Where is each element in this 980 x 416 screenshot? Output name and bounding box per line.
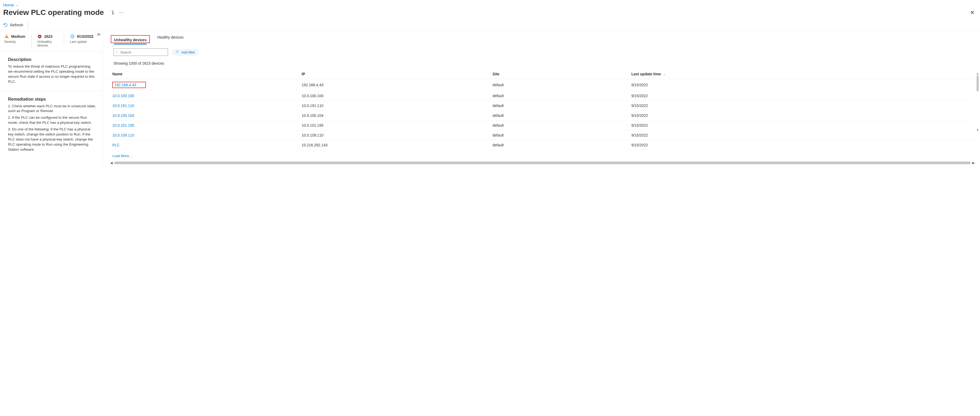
device-ip: 192.168.4.43 — [298, 79, 489, 91]
more-icon[interactable] — [119, 10, 124, 15]
svg-point-1 — [121, 12, 122, 13]
svg-point-0 — [120, 12, 120, 13]
description-section: Description To reduce the threat of mali… — [0, 51, 102, 91]
table-row[interactable]: 10.9.100.104 10.9.100.104 default 9/15/2… — [108, 111, 975, 121]
device-name-link[interactable]: 10.0.191.110 — [112, 103, 134, 108]
title-actions — [110, 10, 124, 15]
remediation-step: 1. Check whether each PLC must be in uns… — [8, 104, 96, 114]
last-update-label: Last update — [70, 40, 94, 44]
remediation-step: 3. Do one of the following: If the PLC h… — [8, 127, 96, 152]
last-update-value: 9/15/2022 — [77, 34, 94, 38]
device-last-update: 9/15/2022 — [628, 91, 975, 101]
column-ip[interactable]: IP — [298, 69, 489, 79]
device-ip: 10.0.101.195 — [298, 121, 489, 130]
search-input[interactable] — [120, 50, 165, 54]
device-last-update: 9/15/2022 — [628, 111, 975, 121]
breadcrumb: Home › — [0, 0, 980, 8]
error-circle-icon — [37, 34, 42, 39]
table-row[interactable]: 192.168.4.43 192.168.4.43 default 9/15/2… — [108, 79, 975, 91]
chevron-right-icon: › — [16, 3, 18, 7]
table-row[interactable]: 10.0.101.195 10.0.101.195 default 9/15/2… — [108, 121, 975, 130]
row-highlight: 192.168.4.43 — [112, 82, 146, 88]
remediation-step: 2. If the PLC can be configured to the s… — [8, 115, 96, 125]
warning-triangle-icon — [4, 34, 9, 39]
summary-severity: Medium Severity — [4, 34, 31, 44]
devices-table: Name IP Site Last update time ↓ 192.168.… — [108, 69, 975, 150]
svg-point-2 — [123, 12, 123, 13]
vertical-scrollbar[interactable]: ▲ ▼ — [976, 72, 979, 132]
search-icon — [116, 50, 118, 54]
close-icon[interactable]: ✕ — [968, 8, 977, 16]
device-ip: 10.216.292.143 — [298, 140, 489, 150]
device-site: default — [489, 140, 628, 150]
table-row[interactable]: 10.0.191.110 10.0.191.110 default 9/15/2… — [108, 101, 975, 111]
expand-summary-icon[interactable]: ≫ — [97, 32, 101, 37]
list-toolbar: Add filter — [108, 43, 975, 58]
tab-unhealthy-devices[interactable]: Unhealthy devices — [114, 38, 147, 44]
unhealthy-value: 2623 — [44, 34, 52, 38]
refresh-button[interactable]: Refresh — [3, 22, 23, 27]
device-name-link[interactable]: 192.168.4.43 — [115, 83, 136, 87]
device-ip: 10.0.100.100 — [298, 91, 489, 101]
column-last-update[interactable]: Last update time ↓ — [628, 69, 975, 79]
device-site: default — [489, 130, 628, 140]
device-site: default — [489, 101, 628, 111]
tabs: Unhealthy devices Healthy devices — [108, 30, 975, 43]
table-row[interactable]: 10.0.100.100 10.0.100.100 default 9/15/2… — [108, 91, 975, 101]
column-name[interactable]: Name — [108, 69, 298, 79]
device-site: default — [489, 111, 628, 121]
scroll-up-icon[interactable]: ▲ — [976, 72, 979, 75]
command-divider — [28, 22, 28, 28]
table-row[interactable]: 10.0.109.110 10.0.109.110 default 9/15/2… — [108, 130, 975, 140]
refresh-icon — [3, 22, 8, 27]
horizontal-scrollbar[interactable]: ◀ ▶ — [108, 159, 975, 166]
unhealthy-label: Unhealthy devices — [37, 40, 58, 48]
load-more: Load More... — [108, 150, 975, 159]
scroll-track[interactable] — [114, 162, 971, 164]
pin-icon[interactable] — [110, 10, 115, 15]
device-name-link[interactable]: 10.0.109.110 — [112, 133, 134, 137]
content-pane: Unhealthy devices Healthy devices Add fi… — [103, 30, 980, 166]
remediation-heading: Remediation steps — [8, 97, 96, 102]
column-last-update-label: Last update time — [631, 72, 661, 76]
results-count: Showing 1000 of 2623 devices — [108, 58, 975, 69]
scroll-left-icon[interactable]: ◀ — [110, 161, 113, 165]
device-name-link[interactable]: 10.0.101.195 — [112, 123, 134, 127]
column-site[interactable]: Site — [489, 69, 628, 79]
device-last-update: 9/15/2022 — [628, 101, 975, 111]
device-ip: 10.0.191.110 — [298, 101, 489, 111]
add-filter-button[interactable]: Add filter — [172, 49, 199, 56]
device-name-link[interactable]: 10.9.100.104 — [112, 113, 134, 117]
table-row[interactable]: PLC 10.216.292.143 default 9/15/2022 — [108, 140, 975, 150]
svg-rect-4 — [6, 37, 7, 38]
breadcrumb-home-link[interactable]: Home — [3, 3, 14, 7]
device-site: default — [489, 121, 628, 130]
device-last-update: 9/15/2022 — [628, 79, 975, 91]
scroll-down-icon[interactable]: ▼ — [976, 129, 979, 132]
device-last-update: 9/15/2022 — [628, 130, 975, 140]
summary-last-update: 9/15/2022 Last update — [64, 34, 99, 44]
search-box[interactable] — [113, 48, 168, 56]
device-ip: 10.9.100.104 — [298, 111, 489, 121]
svg-point-7 — [116, 52, 117, 53]
device-last-update: 9/15/2022 — [628, 140, 975, 150]
load-more-link[interactable]: Load More... — [112, 154, 132, 158]
tab-healthy-devices[interactable]: Healthy devices — [158, 35, 184, 43]
device-name-link[interactable]: PLC — [112, 143, 119, 147]
device-last-update: 9/15/2022 — [628, 121, 975, 130]
device-site: default — [489, 79, 628, 91]
scroll-right-icon[interactable]: ▶ — [972, 161, 975, 165]
device-name-link[interactable]: 10.0.100.100 — [112, 94, 134, 98]
filter-icon — [175, 50, 179, 54]
summary-unhealthy: 2623 Unhealthy devices — [31, 34, 64, 48]
description-heading: Description — [8, 57, 96, 62]
page-title: Review PLC operating mode — [3, 8, 104, 17]
remediation-section: Remediation steps 1. Check whether each … — [0, 91, 102, 159]
sort-descending-icon: ↓ — [664, 72, 665, 76]
scroll-thumb[interactable] — [977, 75, 979, 91]
device-site: default — [489, 91, 628, 101]
severity-label: Severity — [4, 40, 25, 44]
svg-rect-3 — [6, 36, 7, 37]
command-bar: Refresh — [0, 20, 980, 30]
main-layout: Medium Severity 2623 Unhealthy devices 9… — [0, 30, 980, 166]
